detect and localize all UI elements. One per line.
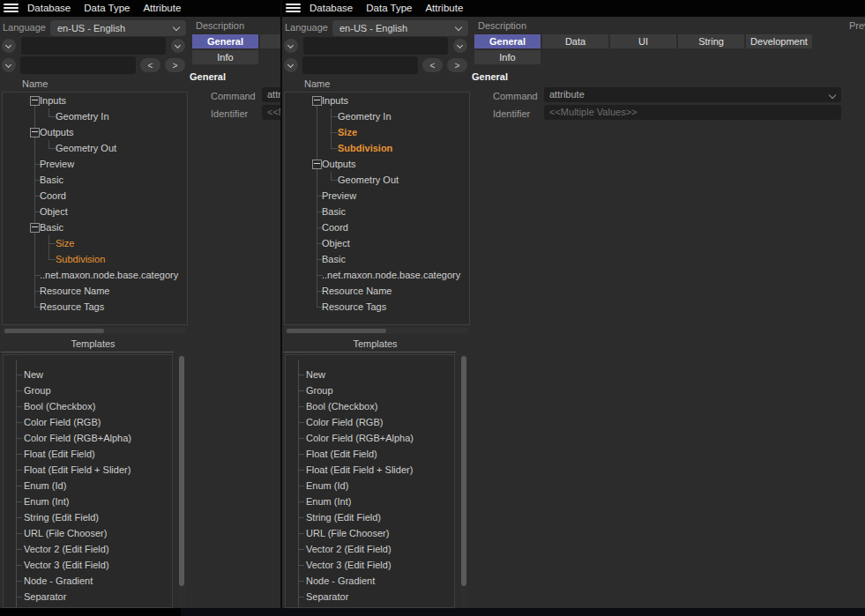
scrollbar-thumb[interactable] <box>287 329 386 333</box>
template-item[interactable]: Enum (Int) <box>286 494 454 509</box>
scrollbar-thumb[interactable] <box>4 329 104 333</box>
dropdown-button[interactable] <box>2 39 16 53</box>
template-item[interactable]: Vector 3 (Edit Field) <box>4 557 172 573</box>
collapse-icon[interactable] <box>30 128 40 137</box>
template-item[interactable]: Separator <box>4 589 172 605</box>
template-item[interactable]: String (Edit Field) <box>4 509 172 525</box>
tab-data[interactable]: Data <box>542 34 608 48</box>
text-field[interactable] <box>20 56 136 74</box>
template-item[interactable]: Bool (Checkbox) <box>4 398 172 414</box>
tree-item[interactable]: ..net.maxon.node.base.category <box>3 267 187 283</box>
next-button[interactable]: > <box>165 58 185 72</box>
template-item[interactable]: URL (File Chooser) <box>286 525 454 541</box>
dropdown-button[interactable] <box>2 58 16 72</box>
language-dropdown[interactable]: en-US - English <box>50 20 186 36</box>
tree-item[interactable]: Subdivision <box>3 251 187 267</box>
template-item[interactable]: Group <box>286 382 454 398</box>
template-item[interactable]: Float (Edit Field) <box>4 446 172 462</box>
tree-item[interactable]: Subdivision <box>285 140 469 156</box>
template-item[interactable]: Float (Edit Field + Slider) <box>4 462 172 478</box>
next-button[interactable]: > <box>447 58 467 72</box>
tab-development[interactable]: Development <box>746 34 812 48</box>
tab-info[interactable]: Info <box>192 50 258 64</box>
tree-item[interactable]: Preview <box>285 188 469 204</box>
tree-item[interactable]: ..net.maxon.node.base.category <box>285 267 469 283</box>
template-item[interactable]: Enum (Id) <box>286 478 454 494</box>
text-field[interactable] <box>303 37 448 55</box>
tree-item[interactable]: Resource Name <box>285 283 469 299</box>
tree-item[interactable]: Resource Name <box>3 283 187 299</box>
template-item[interactable]: New <box>286 367 454 382</box>
tree-item[interactable]: Preview <box>3 156 187 172</box>
hamburger-menu-icon[interactable] <box>4 4 19 14</box>
template-item[interactable]: Separator <box>286 589 454 605</box>
template-item[interactable]: Vector 2 (Edit Field) <box>286 541 454 557</box>
menu-data-type[interactable]: Data Type <box>366 0 412 17</box>
template-item[interactable]: Color Field (RGB+Alpha) <box>286 430 454 446</box>
scrollbar-thumb[interactable] <box>461 356 466 586</box>
command-dropdown[interactable]: attribute <box>544 87 841 102</box>
tree-item[interactable]: Geometry In <box>285 108 469 124</box>
collapse-icon[interactable] <box>312 96 322 106</box>
template-item[interactable]: Vector 2 (Edit Field) <box>4 541 172 557</box>
menu-attribute[interactable]: Attribute <box>425 0 463 17</box>
tab-ui[interactable]: UI <box>610 34 676 48</box>
tab-info[interactable]: Info <box>474 50 541 64</box>
menu-database[interactable]: Database <box>309 0 353 17</box>
tree-item[interactable]: Basic <box>285 251 469 267</box>
template-item[interactable]: Group <box>4 382 172 398</box>
template-item[interactable]: Color Field (RGB) <box>4 414 172 430</box>
tree-item[interactable]: Object <box>3 204 187 219</box>
template-item[interactable]: Node - Gradient <box>286 573 454 589</box>
collapse-icon[interactable] <box>312 160 322 169</box>
scrollbar-thumb[interactable] <box>179 356 184 586</box>
vertical-scrollbar[interactable] <box>179 354 185 608</box>
tree-item[interactable]: Geometry Out <box>285 172 469 188</box>
template-item[interactable]: Enum (Id) <box>4 478 172 494</box>
menu-data-type[interactable]: Data Type <box>84 0 130 17</box>
dropdown-button[interactable] <box>284 58 298 72</box>
tree-item[interactable]: Geometry In <box>3 108 187 124</box>
identifier-field[interactable]: <<Multiple Values>> <box>262 105 282 120</box>
collapse-icon[interactable] <box>30 96 40 106</box>
tree-item[interactable]: Inputs <box>285 93 469 108</box>
tree-item[interactable]: Inputs <box>3 93 187 108</box>
tab-general[interactable]: General <box>474 34 541 48</box>
language-dropdown[interactable]: en-US - English <box>332 20 468 36</box>
template-item[interactable]: Node - Gradient <box>4 573 172 589</box>
template-item[interactable]: String (Edit Field) <box>286 509 454 525</box>
tree-item[interactable]: Resource Tags <box>3 299 187 315</box>
tab-general[interactable]: General <box>192 34 258 48</box>
text-field[interactable] <box>21 37 166 55</box>
tree-item[interactable]: Basic <box>3 219 187 235</box>
dropdown-button[interactable] <box>284 39 298 53</box>
tree-item[interactable]: Basic <box>285 204 469 219</box>
hamburger-menu-icon[interactable] <box>286 4 301 14</box>
tree-item[interactable]: Resource Tags <box>285 299 469 315</box>
template-item[interactable]: Float (Edit Field + Slider) <box>286 462 454 478</box>
template-item[interactable]: Vector 3 (Edit Field) <box>286 557 454 573</box>
template-item[interactable]: Color Field (RGB) <box>286 414 454 430</box>
tree-item[interactable]: Coord <box>285 219 469 235</box>
command-dropdown[interactable]: attribute <box>262 87 282 102</box>
horizontal-scrollbar[interactable] <box>284 328 468 334</box>
dropdown-button[interactable] <box>171 39 185 53</box>
prev-button[interactable]: < <box>422 58 443 72</box>
menu-attribute[interactable]: Attribute <box>143 0 181 17</box>
prev-button[interactable]: < <box>140 58 160 72</box>
template-item[interactable]: Float (Edit Field) <box>286 446 454 462</box>
template-item[interactable]: Bool (Checkbox) <box>286 398 454 414</box>
tree-item[interactable]: Object <box>285 235 469 251</box>
tree-item[interactable]: Basic <box>3 172 187 188</box>
collapse-icon[interactable] <box>30 223 40 233</box>
horizontal-scrollbar[interactable] <box>2 328 186 334</box>
tree-item[interactable]: Outputs <box>285 156 469 172</box>
tree-item[interactable]: Size <box>285 124 469 140</box>
tree-item[interactable]: Size <box>3 235 187 251</box>
template-item[interactable]: Enum (Int) <box>4 494 172 509</box>
tree-item[interactable]: Coord <box>3 188 187 204</box>
tree-item[interactable]: Geometry Out <box>3 140 187 156</box>
tree-item[interactable]: Outputs <box>3 124 187 140</box>
vertical-scrollbar[interactable] <box>461 354 467 608</box>
identifier-field[interactable]: <<Multiple Values>> <box>544 105 841 120</box>
